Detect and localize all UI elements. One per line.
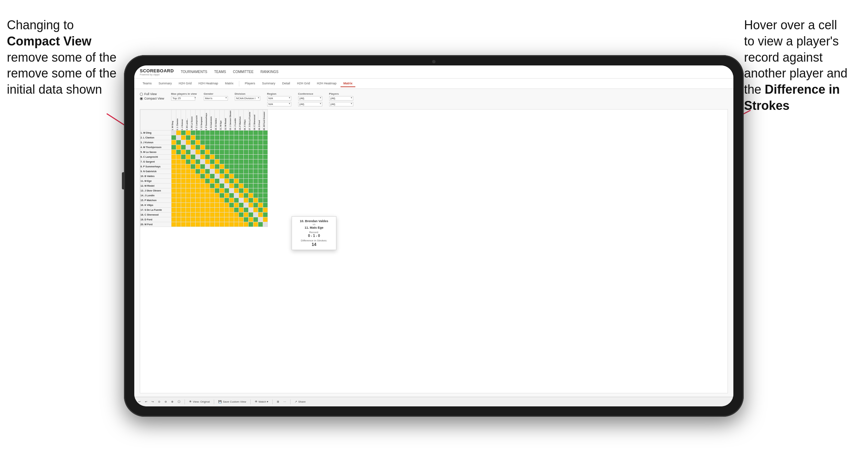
matrix-cell[interactable] [234,179,239,184]
matrix-cell[interactable] [258,155,263,159]
matrix-cell[interactable] [181,198,186,203]
matrix-cell[interactable] [171,131,176,135]
matrix-cell[interactable] [196,188,200,193]
matrix-cell[interactable] [191,188,196,193]
matrix-cell[interactable] [171,193,176,198]
matrix-cell[interactable] [263,159,268,164]
matrix-cell[interactable] [191,198,196,203]
matrix-cell[interactable] [176,179,181,184]
matrix-cell[interactable] [224,174,229,179]
matrix-cell[interactable] [249,222,253,227]
matrix-cell[interactable] [200,193,205,198]
matrix-cell[interactable] [200,188,205,193]
matrix-cell[interactable] [215,159,220,164]
tab-teams[interactable]: Teams [140,80,155,87]
matrix-cell[interactable] [205,193,210,198]
matrix-cell[interactable] [181,150,186,155]
matrix-cell[interactable] [220,135,224,140]
matrix-cell[interactable] [220,145,224,150]
matrix-cell[interactable] [200,150,205,155]
matrix-cell[interactable] [196,217,200,222]
matrix-cell[interactable] [263,208,268,212]
matrix-cell[interactable] [234,135,239,140]
matrix-cell[interactable] [249,212,253,217]
matrix-cell[interactable] [181,174,186,179]
matrix-cell[interactable] [229,174,234,179]
matrix-cell[interactable] [249,188,253,193]
matrix-cell[interactable] [258,135,263,140]
matrix-cell[interactable] [220,179,224,184]
matrix-cell[interactable] [244,217,249,222]
matrix-cell[interactable] [191,203,196,208]
matrix-cell[interactable] [205,208,210,212]
toolbar-save-custom[interactable]: 💾 Save Custom View [218,400,246,403]
matrix-cell[interactable] [186,184,191,188]
matrix-cell[interactable] [253,179,258,184]
matrix-cell[interactable] [253,217,258,222]
matrix-cell[interactable] [239,140,244,145]
matrix-cell[interactable] [234,208,239,212]
matrix-cell[interactable] [171,155,176,159]
matrix-cell[interactable] [176,193,181,198]
matrix-cell[interactable] [220,159,224,164]
matrix-cell[interactable] [215,140,220,145]
matrix-cell[interactable] [224,208,229,212]
matrix-cell[interactable] [229,145,234,150]
matrix-cell[interactable] [263,217,268,222]
toolbar-reset[interactable]: ⊙ [158,400,160,403]
matrix-cell[interactable] [176,164,181,169]
matrix-cell[interactable] [196,164,200,169]
matrix-cell[interactable] [196,135,200,140]
matrix-cell[interactable] [229,198,234,203]
matrix-cell[interactable] [205,222,210,227]
matrix-cell[interactable] [196,140,200,145]
matrix-cell[interactable] [191,184,196,188]
matrix-cell[interactable] [258,208,263,212]
matrix-cell[interactable] [176,159,181,164]
matrix-cell[interactable] [181,159,186,164]
matrix-cell[interactable] [258,140,263,145]
matrix-cell[interactable] [215,193,220,198]
matrix-cell[interactable] [210,131,215,135]
matrix-cell[interactable] [215,174,220,179]
matrix-cell[interactable] [186,135,191,140]
matrix-cell[interactable] [224,188,229,193]
matrix-cell[interactable] [200,184,205,188]
matrix-cell[interactable] [258,217,263,222]
matrix-cell[interactable] [224,135,229,140]
matrix-cell[interactable] [263,198,268,203]
matrix-cell[interactable] [196,198,200,203]
matrix-cell[interactable] [176,198,181,203]
matrix-cell[interactable] [239,188,244,193]
matrix-cell[interactable] [229,179,234,184]
full-view-option[interactable]: Full View [140,92,164,96]
tab-h2h-heatmap2[interactable]: H2H Heatmap [314,80,339,87]
matrix-cell[interactable] [244,184,249,188]
matrix-cell[interactable] [176,208,181,212]
matrix-cell[interactable] [181,169,186,174]
matrix-cell[interactable] [186,188,191,193]
matrix-cell[interactable] [224,155,229,159]
matrix-cell[interactable] [239,193,244,198]
matrix-cell[interactable] [229,193,234,198]
matrix-cell[interactable] [210,155,215,159]
matrix-cell[interactable] [239,131,244,135]
matrix-cell[interactable] [249,150,253,155]
matrix-cell[interactable] [220,203,224,208]
matrix-cell[interactable] [196,174,200,179]
matrix-cell[interactable] [224,193,229,198]
matrix-cell[interactable] [263,169,268,174]
matrix-cell[interactable] [220,193,224,198]
matrix-cell[interactable] [210,135,215,140]
matrix-cell[interactable] [244,212,249,217]
matrix-cell[interactable] [234,169,239,174]
matrix-cell[interactable] [186,155,191,159]
matrix-cell[interactable] [210,193,215,198]
matrix-cell[interactable] [249,169,253,174]
toolbar-share[interactable]: ↗ Share [295,400,305,403]
toolbar-info[interactable]: ⓘ [178,400,180,404]
matrix-cell[interactable] [215,150,220,155]
matrix-cell[interactable] [215,188,220,193]
matrix-cell[interactable] [171,140,176,145]
matrix-cell[interactable] [244,174,249,179]
